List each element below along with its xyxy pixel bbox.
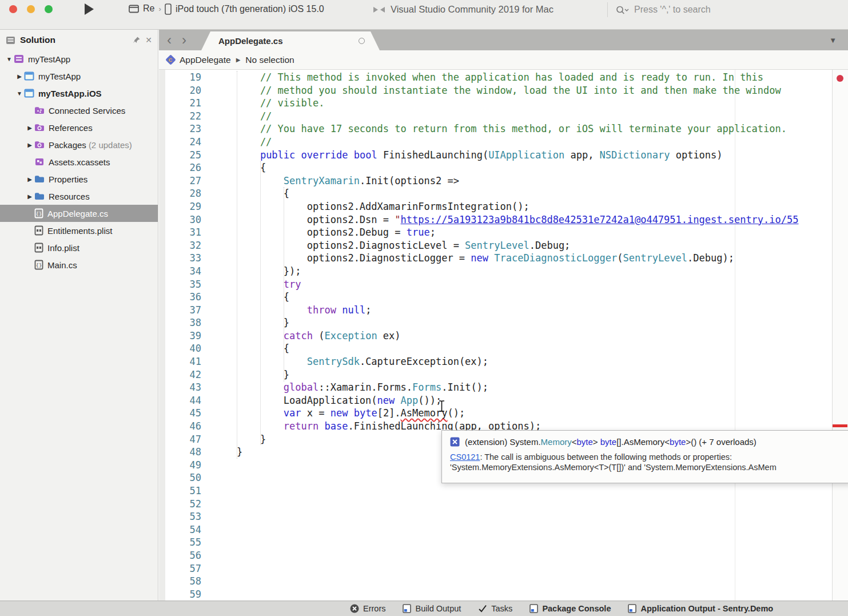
- code-line-30[interactable]: 30 options2.Dsn = "https://5a193123a9b84…: [159, 213, 831, 226]
- line-content[interactable]: [208, 575, 213, 588]
- code-area[interactable]: 19 // This method is invoked when the ap…: [159, 71, 831, 601]
- tree-item-assets-xcassets[interactable]: Assets.xcassets: [0, 153, 158, 170]
- disclosure-expanded-icon[interactable]: ▼: [15, 90, 24, 97]
- breadcrumb-class[interactable]: AppDelegate: [180, 55, 231, 65]
- line-content[interactable]: options2.AddXamarinFormsIntegration();: [208, 200, 529, 213]
- disclosure-collapsed-icon[interactable]: ▶: [25, 193, 34, 200]
- code-line-51[interactable]: 51: [159, 484, 831, 498]
- statusbar-errors[interactable]: Errors: [350, 604, 385, 613]
- line-number[interactable]: 42: [159, 368, 208, 381]
- line-content[interactable]: throw null;: [208, 304, 371, 317]
- line-content[interactable]: [208, 471, 213, 484]
- tab-modified-indicator-icon[interactable]: [359, 38, 365, 44]
- line-content[interactable]: SentrySdk.CaptureException(ex);: [208, 355, 488, 368]
- code-line-33[interactable]: 33 options2.DiagnosticLogger = new Trace…: [159, 252, 831, 265]
- configuration-selector[interactable]: Re ›: [129, 3, 161, 14]
- line-content[interactable]: }: [208, 368, 289, 381]
- line-content[interactable]: options2.Dsn = "https://5a193123a9b841bc…: [208, 213, 799, 226]
- code-line-32[interactable]: 32 options2.DiagnosticLevel = SentryLeve…: [159, 239, 831, 252]
- line-content[interactable]: //: [208, 136, 272, 149]
- line-content[interactable]: {: [208, 187, 289, 200]
- device-selector[interactable]: iPod touch (7th generation) iOS 15.0: [165, 3, 324, 15]
- code-line-31[interactable]: 31 options2.Debug = true;: [159, 226, 831, 239]
- close-pad-icon[interactable]: ✕: [145, 35, 152, 45]
- line-content[interactable]: {: [208, 161, 266, 174]
- line-content[interactable]: }: [208, 446, 242, 459]
- tree-item-connected-services[interactable]: Connected Services: [0, 102, 158, 119]
- line-number[interactable]: 29: [159, 200, 208, 213]
- line-number[interactable]: 50: [159, 471, 208, 484]
- line-content[interactable]: SentryXamarin.Init(options2 =>: [208, 174, 459, 188]
- statusbar-application-output-sentry-demo[interactable]: Application Output - Sentry.Demo: [628, 604, 773, 613]
- line-content[interactable]: //: [208, 110, 272, 123]
- line-content[interactable]: catch (Exception ex): [208, 329, 401, 343]
- line-content[interactable]: [208, 484, 213, 498]
- line-content[interactable]: [208, 510, 213, 523]
- code-line-28[interactable]: 28 {: [159, 187, 831, 200]
- statusbar-tasks[interactable]: Tasks: [478, 604, 512, 613]
- line-number[interactable]: 49: [159, 459, 208, 472]
- code-line-36[interactable]: 36 {: [159, 291, 831, 304]
- line-number[interactable]: 41: [159, 355, 208, 368]
- line-number[interactable]: 19: [159, 71, 208, 84]
- line-number[interactable]: 57: [159, 562, 208, 575]
- line-content[interactable]: options2.DiagnosticLevel = SentryLevel.D…: [208, 239, 570, 252]
- tree-item-mytestapp[interactable]: ▶myTestApp: [0, 67, 158, 85]
- line-number[interactable]: 23: [159, 122, 208, 136]
- line-content[interactable]: // visible.: [208, 97, 324, 110]
- line-content[interactable]: [208, 536, 213, 549]
- line-number[interactable]: 28: [159, 187, 208, 200]
- line-number[interactable]: 55: [159, 536, 208, 549]
- line-number[interactable]: 48: [159, 446, 208, 459]
- code-line-26[interactable]: 26 {: [159, 161, 831, 174]
- code-line-25[interactable]: 25 public override bool FinishedLaunchin…: [159, 149, 831, 162]
- line-number[interactable]: 44: [159, 394, 208, 407]
- line-number[interactable]: 58: [159, 575, 208, 588]
- code-line-45[interactable]: 45 var x = new byte[2].AsMemory();: [159, 407, 831, 420]
- code-line-24[interactable]: 24 //: [159, 136, 831, 149]
- code-line-21[interactable]: 21 // visible.: [159, 97, 831, 110]
- tree-item-info-plist[interactable]: Info.plist: [0, 239, 158, 256]
- code-line-40[interactable]: 40 {: [159, 342, 831, 355]
- line-content[interactable]: }: [208, 433, 266, 446]
- line-content[interactable]: [208, 549, 213, 562]
- disclosure-expanded-icon[interactable]: ▼: [5, 56, 14, 62]
- line-number[interactable]: 31: [159, 226, 208, 239]
- code-line-58[interactable]: 58: [159, 575, 831, 588]
- line-number[interactable]: 36: [159, 291, 208, 304]
- line-content[interactable]: var x = new byte[2].AsMemory();: [208, 407, 465, 420]
- code-line-34[interactable]: 34 });: [159, 265, 831, 278]
- line-content[interactable]: options2.DiagnosticLogger = new TraceDia…: [208, 252, 734, 265]
- line-content[interactable]: });: [208, 265, 301, 278]
- code-line-35[interactable]: 35 try: [159, 278, 831, 291]
- code-line-55[interactable]: 55: [159, 536, 831, 549]
- run-button[interactable]: [85, 3, 94, 15]
- pin-pad-icon[interactable]: [133, 36, 141, 44]
- tree-item-resources[interactable]: ▶Resources: [0, 188, 158, 205]
- zoom-window-button[interactable]: [45, 5, 53, 13]
- code-line-23[interactable]: 23 // You have 17 seconds to return from…: [159, 122, 831, 136]
- disclosure-collapsed-icon[interactable]: ▶: [15, 73, 24, 80]
- line-number[interactable]: 56: [159, 549, 208, 562]
- line-content[interactable]: [208, 562, 213, 575]
- line-number[interactable]: 30: [159, 213, 208, 226]
- editor-scrollbar[interactable]: [832, 70, 848, 601]
- code-line-19[interactable]: 19 // This method is invoked when the ap…: [159, 71, 831, 84]
- disclosure-collapsed-icon[interactable]: ▶: [25, 142, 34, 148]
- tree-item-references[interactable]: ▶References: [0, 119, 158, 136]
- line-number[interactable]: 20: [159, 84, 208, 97]
- tree-item-appdelegate-cs[interactable]: {}AppDelegate.cs: [0, 205, 158, 222]
- code-line-56[interactable]: 56: [159, 549, 831, 562]
- code-line-44[interactable]: 44 LoadApplication(new App());: [159, 394, 831, 407]
- global-search-input[interactable]: Press '^,' to search: [607, 2, 840, 17]
- line-number[interactable]: 22: [159, 110, 208, 123]
- code-line-38[interactable]: 38 }: [159, 316, 831, 329]
- line-number[interactable]: 38: [159, 316, 208, 329]
- line-content[interactable]: options2.Debug = true;: [208, 226, 436, 239]
- line-number[interactable]: 33: [159, 252, 208, 265]
- line-number[interactable]: 32: [159, 239, 208, 252]
- code-line-59[interactable]: 59: [159, 588, 831, 601]
- line-content[interactable]: [208, 523, 213, 536]
- code-line-57[interactable]: 57: [159, 562, 831, 575]
- close-window-button[interactable]: [9, 5, 17, 13]
